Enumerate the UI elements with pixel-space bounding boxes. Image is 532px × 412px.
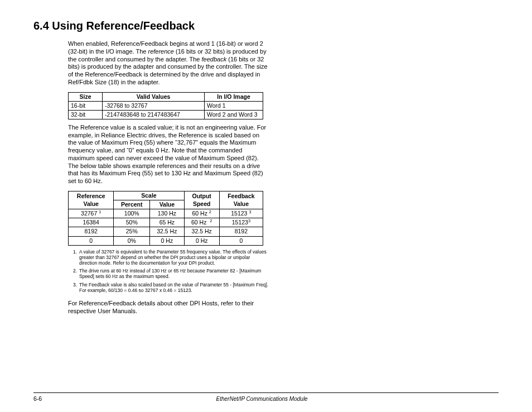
text: Reference: [77, 193, 105, 199]
footer-row: 6-6 EtherNet/IP Communications Module: [33, 395, 499, 402]
size-table: Size Valid Values In I/O Image 16-bit -3…: [68, 92, 263, 119]
footer-rule: [33, 392, 499, 393]
text: Output: [192, 193, 211, 199]
cell: 0 Hz: [184, 236, 219, 245]
footnote-text: The Feedback value is also scaled based …: [79, 282, 269, 293]
footnote-ref: 3: [249, 209, 251, 214]
paragraph-3: For Reference/Feedback details about oth…: [68, 300, 269, 315]
text: 60 Hz: [191, 219, 206, 226]
table-row: 32767 1 100% 130 Hz 60 Hz 2 15123 3: [69, 209, 263, 218]
paragraph-2: The Reference value is a scaled value; i…: [68, 124, 269, 185]
th-value: Value: [150, 200, 185, 209]
text: 32767: [81, 210, 97, 217]
page-footer: 6-6 EtherNet/IP Communications Module: [33, 392, 499, 402]
cell: 100%: [114, 209, 150, 218]
cell: 8192: [219, 227, 263, 236]
footnote-3: 3. The Feedback value is also scaled bas…: [68, 282, 269, 293]
cell: 32767 1: [69, 209, 114, 218]
text: 60 Hz: [192, 210, 207, 217]
text: 15123: [232, 219, 248, 226]
text: 15123: [231, 210, 247, 217]
footnote-ref: 2: [209, 209, 211, 214]
th-size: Size: [69, 92, 103, 101]
table-row: 16-bit -32768 to 32767 Word 1: [69, 101, 263, 110]
section-heading: 6.4 Using Reference/Feedback: [33, 20, 499, 32]
body-column: When enabled, Reference/Feedback begins …: [68, 40, 269, 315]
footnote-text: The drive runs at 60 Hz instead of 130 H…: [79, 268, 269, 279]
cell: 32.5 Hz: [150, 227, 185, 236]
th-valid-values: Valid Values: [103, 92, 205, 101]
th-feedback: Feedback Value: [219, 191, 263, 209]
cell: Word 2 and Word 3: [205, 110, 263, 119]
table-row: 32-bit -2147483648 to 2147483647 Word 2 …: [69, 110, 263, 119]
cell: 0: [219, 236, 263, 245]
table-header-row: Size Valid Values In I/O Image: [69, 92, 263, 101]
paragraph-1: When enabled, Reference/Feedback begins …: [68, 40, 269, 87]
text: Value: [83, 200, 98, 207]
cell: 60 Hz 2: [184, 218, 219, 227]
cell: 0: [69, 236, 114, 245]
footnotes: 1. A value of 32767 is equivalent to the…: [68, 249, 269, 293]
term-reference: reference: [148, 48, 173, 55]
th-reference: Reference Value: [69, 191, 114, 209]
cell: 60 Hz 2: [184, 209, 219, 218]
term-feedback: feedback: [202, 56, 227, 63]
text: Speed: [193, 200, 211, 207]
cell: 32-bit: [69, 110, 103, 119]
cell: 0 Hz: [150, 236, 185, 245]
cell: 151233: [219, 218, 263, 227]
footnote-1: 1. A value of 32767 is equivalent to the…: [68, 249, 269, 266]
table-row: 8192 25% 32.5 Hz 32.5 Hz 8192: [69, 227, 263, 236]
footnote-num: 1.: [68, 249, 79, 266]
cell: 65 Hz: [150, 218, 185, 227]
cell: 50%: [114, 218, 150, 227]
cell: -2147483648 to 2147483647: [103, 110, 205, 119]
cell: 130 Hz: [150, 209, 185, 218]
cell: -32768 to 32767: [103, 101, 205, 110]
cell: 25%: [114, 227, 150, 236]
footnote-ref: 2: [210, 218, 212, 223]
footnote-ref: 1: [99, 209, 101, 214]
page: 6.4 Using Reference/Feedback When enable…: [0, 0, 532, 412]
page-number: 6-6: [33, 395, 42, 402]
text: Value: [234, 200, 249, 207]
cell: 8192: [69, 227, 114, 236]
footnote-text: A value of 32767 is equivalent to the Pa…: [79, 249, 269, 266]
th-scale: Scale: [114, 191, 184, 200]
cell: 0%: [114, 236, 150, 245]
document-title: EtherNet/IP Communications Module: [42, 396, 482, 402]
table-row: 16384 50% 65 Hz 60 Hz 2 151233: [69, 218, 263, 227]
footnote-ref: 3: [248, 218, 250, 223]
cell: 32.5 Hz: [184, 227, 219, 236]
scale-table: Reference Value Scale Output Speed Feedb…: [68, 191, 263, 246]
table-header-row-1: Reference Value Scale Output Speed Feedb…: [69, 191, 263, 200]
th-output: Output Speed: [184, 191, 219, 209]
footnote-2: 2. The drive runs at 60 Hz instead of 13…: [68, 268, 269, 279]
table-row: 0 0% 0 Hz 0 Hz 0: [69, 236, 263, 245]
th-io-image: In I/O Image: [205, 92, 263, 101]
footnote-num: 2.: [68, 268, 79, 279]
footnote-num: 3.: [68, 282, 79, 293]
cell: 16-bit: [69, 101, 103, 110]
cell: 16384: [69, 218, 114, 227]
cell: Word 1: [205, 101, 263, 110]
th-percent: Percent: [114, 200, 150, 209]
text: Feedback: [228, 193, 254, 199]
cell: 15123 3: [219, 209, 263, 218]
